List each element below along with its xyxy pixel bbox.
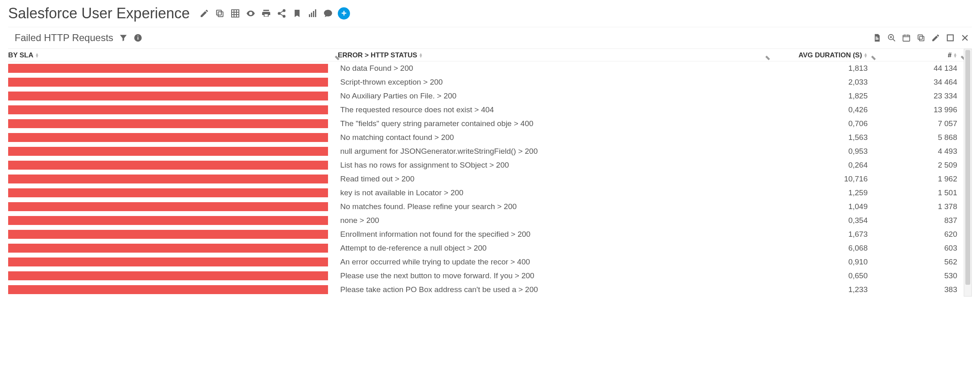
sla-bar-cell	[8, 188, 338, 197]
sla-bar-cell	[8, 244, 338, 253]
avg-duration-value: 0,264	[768, 161, 874, 170]
table-row[interactable]: No matches found. Please refine your sea…	[8, 200, 964, 214]
count-value: 562	[874, 258, 964, 266]
print-icon[interactable]	[260, 8, 272, 19]
table-row[interactable]: Please take action PO Box address can't …	[8, 283, 964, 297]
sla-bar-cell	[8, 133, 338, 142]
sla-bar	[8, 161, 328, 170]
error-text: Read timed out > 200	[338, 175, 768, 183]
sort-icon: ▲▼	[953, 53, 957, 58]
info-icon[interactable]	[133, 33, 142, 42]
avg-duration-value: 10,716	[768, 175, 874, 183]
table-row[interactable]: List has no rows for assignment to SObje…	[8, 158, 964, 172]
table-row[interactable]: No matching contact found > 2001,5635 86…	[8, 131, 964, 144]
svg-rect-18	[138, 37, 138, 39]
table-row[interactable]: Enrollment information not found for the…	[8, 227, 964, 241]
table-header-row: BY SLA ▲▼ || ERROR > HTTP STATUS ▲▼ || A…	[8, 49, 964, 61]
svg-rect-13	[309, 14, 310, 17]
svg-rect-31	[919, 36, 924, 41]
col-error[interactable]: ERROR > HTTP STATUS ▲▼ ||	[338, 51, 768, 59]
add-button[interactable]: +	[338, 7, 350, 20]
table-row[interactable]: The "fields" query string parameter cont…	[8, 117, 964, 131]
page-title-bar: Salesforce User Experience +	[8, 3, 972, 27]
copy-icon[interactable]	[214, 8, 225, 19]
scrollbar-thumb[interactable]	[965, 50, 970, 285]
sort-icon: ▲▼	[35, 53, 39, 58]
avg-duration-value: 0,953	[768, 147, 874, 156]
sla-bar-cell	[8, 147, 338, 156]
table-row[interactable]: No data Found > 2001,81344 134	[8, 61, 964, 75]
sla-bar-cell	[8, 285, 338, 294]
error-text: Please take action PO Box address can't …	[338, 285, 768, 294]
svg-rect-22	[875, 37, 877, 37]
page-title: Salesforce User Experience	[8, 5, 190, 22]
sla-bar-cell	[8, 216, 338, 225]
sla-bar-cell	[8, 105, 338, 114]
count-value: 44 134	[874, 64, 964, 73]
table-row[interactable]: No Auxiliary Parties on File. > 2001,825…	[8, 89, 964, 103]
svg-rect-2	[232, 10, 239, 17]
svg-rect-20	[875, 38, 878, 39]
avg-duration-value: 1,259	[768, 188, 874, 197]
sla-bar-cell	[8, 271, 338, 280]
count-value: 5 868	[874, 133, 964, 142]
comment-icon[interactable]	[322, 8, 334, 19]
table-row[interactable]: An error occurred while trying to update…	[8, 255, 964, 269]
table-row[interactable]: none > 2000,354837	[8, 214, 964, 227]
avg-duration-value: 0,706	[768, 119, 874, 128]
zoom-icon[interactable]	[887, 33, 896, 42]
table-row[interactable]: Script-thrown exception > 2002,03334 464	[8, 75, 964, 89]
avg-duration-value: 1,813	[768, 64, 874, 73]
maximize-icon[interactable]	[946, 33, 955, 42]
table-row[interactable]: Please use the next button to move forwa…	[8, 269, 964, 283]
duplicate-icon[interactable]	[917, 33, 925, 42]
svg-rect-21	[875, 39, 878, 40]
avg-duration-value: 1,563	[768, 133, 874, 142]
avg-duration-value: 0,910	[768, 258, 874, 266]
count-value: 1 501	[874, 188, 964, 197]
sla-bar	[8, 244, 328, 253]
sla-bar-cell	[8, 64, 338, 73]
col-count[interactable]: # ▲▼ ||	[874, 51, 964, 59]
error-text: The "fields" query string parameter cont…	[338, 119, 768, 128]
signal-icon[interactable]	[307, 8, 318, 19]
table-row[interactable]: key is not available in Locator > 2001,2…	[8, 186, 964, 200]
error-text: Script-thrown exception > 200	[338, 78, 768, 87]
vertical-scrollbar[interactable]	[964, 49, 972, 297]
error-text: An error occurred while trying to update…	[338, 258, 768, 266]
table-row[interactable]: null argument for JSONGenerator.writeStr…	[8, 144, 964, 158]
grid-icon[interactable]	[230, 8, 241, 19]
avg-duration-value: 0,650	[768, 271, 874, 280]
sla-bar	[8, 230, 328, 239]
svg-line-11	[280, 11, 283, 13]
share-icon[interactable]	[276, 8, 287, 19]
svg-rect-1	[217, 10, 221, 15]
edit-icon[interactable]	[199, 8, 210, 19]
table-row[interactable]: Attempt to de-reference a null object > …	[8, 241, 964, 255]
edit-widget-icon[interactable]	[931, 33, 940, 42]
table-row[interactable]: The requested resource does not exist > …	[8, 103, 964, 117]
count-value: 603	[874, 244, 964, 253]
filter-icon[interactable]	[119, 33, 128, 42]
error-text: Attempt to de-reference a null object > …	[338, 244, 768, 253]
sla-bar	[8, 119, 328, 128]
close-icon[interactable]	[960, 33, 969, 42]
export-icon[interactable]	[873, 33, 882, 42]
resize-handle[interactable]: ||	[960, 56, 964, 61]
bookmark-icon[interactable]	[291, 8, 303, 19]
error-text: No data Found > 200	[338, 64, 768, 73]
svg-rect-0	[218, 12, 223, 17]
col-by-sla[interactable]: BY SLA ▲▼ ||	[8, 51, 338, 59]
table-row[interactable]: Read timed out > 20010,7161 962	[8, 172, 964, 186]
svg-rect-14	[311, 13, 312, 17]
sla-bar	[8, 202, 328, 211]
eye-icon[interactable]	[245, 8, 256, 19]
avg-duration-value: 2,033	[768, 78, 874, 87]
avg-duration-value: 1,233	[768, 285, 874, 294]
col-avg-duration[interactable]: AVG DURATION (S) ▲▼ ||	[768, 51, 874, 59]
avg-duration-value: 6,068	[768, 244, 874, 253]
sla-bar-cell	[8, 78, 338, 87]
svg-point-7	[250, 13, 252, 14]
count-value: 1 378	[874, 202, 964, 211]
calendar-icon[interactable]	[902, 33, 911, 42]
